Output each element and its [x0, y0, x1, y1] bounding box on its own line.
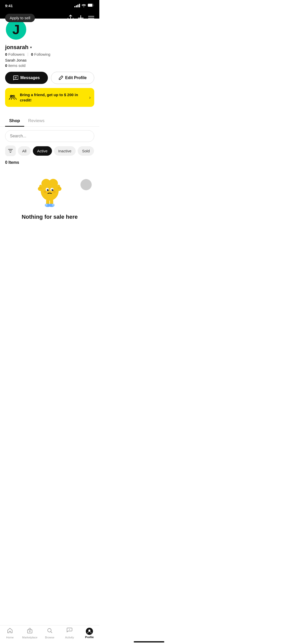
- empty-mascot: [33, 177, 66, 210]
- referral-chevron-icon: ›: [89, 95, 91, 100]
- profile-section: J jonsarah ▾ 0 Followers 0 Following Sar…: [0, 19, 99, 115]
- referral-icon: [9, 94, 17, 101]
- tab-reviews[interactable]: Reviews: [24, 115, 49, 127]
- svg-rect-1: [88, 4, 92, 7]
- svg-rect-21: [45, 204, 47, 206]
- username: jonsarah: [5, 44, 29, 51]
- follow-divider: [28, 53, 28, 56]
- filter-row: All Active Inactive Sold: [0, 145, 99, 160]
- svg-point-4: [12, 95, 13, 96]
- full-name: Sarah Jonas: [5, 58, 94, 62]
- empty-state: Nothing for sale here: [0, 169, 99, 228]
- wifi-icon: [82, 4, 86, 8]
- chevron-down-icon: ▾: [30, 45, 32, 49]
- username-row[interactable]: jonsarah ▾: [5, 44, 94, 51]
- signal-icon: [74, 4, 80, 7]
- follow-row: 0 Followers 0 Following: [5, 52, 94, 56]
- svg-point-12: [48, 189, 48, 190]
- apply-to-sell-button[interactable]: Apply to sell: [5, 14, 35, 22]
- followers-count[interactable]: 0 Followers: [5, 52, 25, 56]
- tabs: Shop Reviews: [0, 115, 99, 127]
- tab-shop[interactable]: Shop: [5, 115, 24, 127]
- edit-profile-label: Edit Profile: [65, 76, 87, 80]
- filter-sold[interactable]: Sold: [78, 146, 94, 156]
- share-icon[interactable]: [68, 15, 73, 21]
- status-icons: [74, 4, 94, 8]
- svg-point-2: [10, 95, 12, 97]
- filter-icon-button[interactable]: [5, 145, 16, 156]
- svg-point-7: [48, 179, 58, 188]
- messages-button[interactable]: Messages: [5, 72, 48, 84]
- action-buttons: Messages Edit Profile: [5, 72, 94, 84]
- items-count: 0 Items: [0, 160, 99, 169]
- svg-point-14: [44, 191, 47, 193]
- avatar-wrapper: J: [5, 19, 94, 40]
- edit-profile-button[interactable]: Edit Profile: [51, 72, 94, 84]
- filter-active[interactable]: Active: [33, 146, 52, 156]
- add-icon[interactable]: [78, 15, 84, 21]
- filter-inactive[interactable]: Inactive: [54, 146, 76, 156]
- svg-point-15: [53, 191, 56, 193]
- empty-title: Nothing for sale here: [22, 214, 78, 220]
- gray-dot: [80, 179, 92, 190]
- battery-icon: [88, 4, 94, 8]
- search-container: [0, 130, 99, 145]
- svg-point-13: [52, 189, 53, 190]
- svg-rect-23: [52, 204, 54, 206]
- referral-text: Bring a friend, get up to $ 200 in credi…: [20, 92, 86, 103]
- status-time: 9:41: [5, 4, 13, 8]
- search-input[interactable]: [5, 130, 94, 142]
- messages-label: Messages: [20, 76, 40, 80]
- filter-all[interactable]: All: [18, 146, 31, 156]
- following-count[interactable]: 0 Following: [31, 52, 50, 56]
- referral-banner[interactable]: Bring a friend, get up to $ 200 in credi…: [5, 88, 94, 107]
- svg-point-16: [38, 187, 43, 191]
- svg-point-17: [57, 187, 62, 191]
- menu-icon[interactable]: [88, 16, 94, 20]
- items-sold: 0 items sold: [5, 63, 94, 68]
- status-bar: 9:41: [0, 0, 99, 11]
